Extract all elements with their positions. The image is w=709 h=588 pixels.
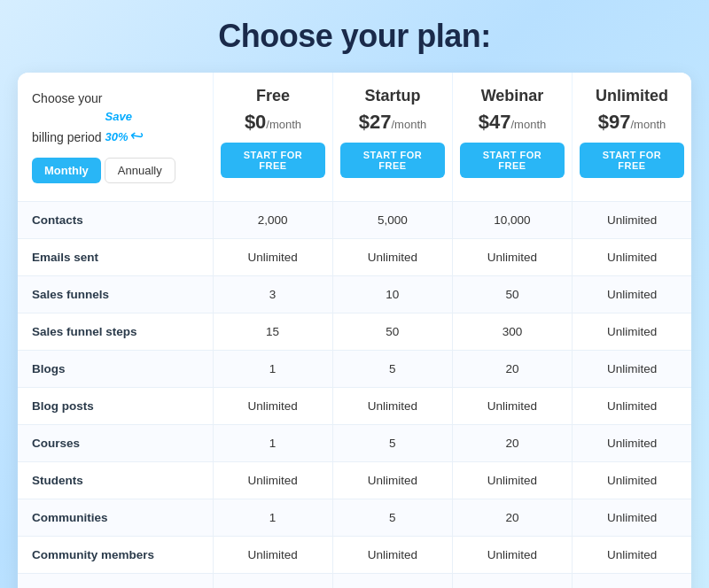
table-row: Communities1520Unlimited (18, 499, 691, 537)
feature-value-7-0: Unlimited (213, 462, 332, 499)
feature-value-10-0: Unlimited (213, 574, 332, 588)
feature-name: Community members (18, 537, 213, 574)
feature-value-5-1: Unlimited (332, 388, 452, 425)
feature-value-4-0: 1 (213, 351, 332, 388)
header-plan-unlimited: Unlimited $97/month START FOR FREE (572, 73, 691, 201)
feature-value-8-3: Unlimited (573, 499, 691, 537)
feature-value-4-3: Unlimited (573, 351, 691, 388)
feature-value-6-2: 20 (452, 425, 572, 462)
save-text: Save30% (105, 110, 132, 144)
table-row: Sales funnels31050Unlimited (18, 276, 691, 313)
feature-value-9-0: Unlimited (213, 537, 332, 574)
feature-name: Courses (18, 425, 213, 462)
cta-button-startup[interactable]: START FOR FREE (340, 143, 445, 178)
plan-price-unlimited: $97/month (580, 111, 684, 134)
header-plan-startup: Startup $27/month START FOR FREE (332, 73, 452, 201)
plan-name-unlimited: Unlimited (580, 87, 684, 105)
feature-value-0-2: 10,000 (452, 202, 572, 239)
feature-value-9-1: Unlimited (332, 537, 452, 574)
feature-value-7-2: Unlimited (452, 462, 572, 499)
feature-value-10-1: Unlimited (332, 574, 452, 588)
table-row: File storage spaceUnlimitedUnlimitedUnli… (18, 574, 691, 588)
feature-value-10-2: Unlimited (452, 574, 572, 588)
feature-value-5-3: Unlimited (573, 388, 691, 425)
feature-value-8-0: 1 (213, 499, 332, 537)
feature-value-4-2: 20 (452, 351, 572, 388)
feature-value-1-2: Unlimited (452, 239, 572, 276)
monthly-button[interactable]: Monthly (32, 158, 101, 183)
arrow-icon: ↩ (128, 124, 144, 148)
table-row: Sales funnel steps1550300Unlimited (18, 313, 691, 351)
pricing-header: Choose your billing period Save30%↩ Mont… (18, 73, 691, 201)
cta-button-free[interactable]: START FOR FREE (221, 143, 325, 178)
plan-name-webinar: Webinar (460, 87, 565, 105)
save-badge: Save30%↩ (105, 108, 144, 148)
feature-value-6-1: 5 (332, 425, 452, 462)
billing-buttons: Monthly Annually (32, 158, 199, 183)
feature-name: Blogs (18, 351, 213, 388)
feature-value-9-2: Unlimited (452, 537, 572, 574)
feature-value-0-3: Unlimited (573, 202, 691, 239)
feature-name: Students (18, 462, 213, 499)
feature-value-7-1: Unlimited (332, 462, 452, 499)
billing-label: Choose your billing period Save30%↩ (32, 90, 199, 147)
plan-name-free: Free (221, 87, 325, 105)
feature-value-3-3: Unlimited (573, 313, 691, 351)
feature-value-8-2: 20 (452, 499, 572, 537)
table-row: Blogs1520Unlimited (18, 351, 691, 388)
feature-value-1-3: Unlimited (573, 239, 691, 276)
feature-value-6-3: Unlimited (573, 425, 691, 462)
plan-price-free: $0/month (221, 111, 325, 134)
table-row: Community membersUnlimitedUnlimitedUnlim… (18, 537, 691, 574)
feature-value-10-3: Unlimited (573, 574, 691, 588)
header-plan-webinar: Webinar $47/month START FOR FREE (452, 73, 572, 201)
plan-price-webinar: $47/month (460, 111, 565, 134)
feature-value-6-0: 1 (213, 425, 332, 462)
table-row: Blog postsUnlimitedUnlimitedUnlimitedUnl… (18, 388, 691, 425)
table-row: Emails sentUnlimitedUnlimitedUnlimitedUn… (18, 239, 691, 276)
feature-value-3-0: 15 (213, 313, 332, 351)
feature-value-2-1: 10 (332, 276, 452, 313)
feature-name: Emails sent (18, 239, 213, 276)
feature-value-7-3: Unlimited (573, 462, 691, 499)
plan-name-startup: Startup (340, 87, 445, 105)
feature-value-3-1: 50 (332, 313, 452, 351)
page-title: Choose your plan: (18, 18, 691, 55)
feature-value-0-0: 2,000 (213, 202, 332, 239)
table-row: Courses1520Unlimited (18, 425, 691, 462)
page-wrapper: Choose your plan: Choose your billing pe… (0, 0, 709, 588)
feature-value-1-1: Unlimited (332, 239, 452, 276)
cta-button-unlimited[interactable]: START FOR FREE (580, 143, 684, 178)
feature-value-3-2: 300 (452, 313, 572, 351)
plan-price-startup: $27/month (340, 111, 445, 134)
feature-value-5-0: Unlimited (213, 388, 332, 425)
feature-value-1-0: Unlimited (213, 239, 332, 276)
feature-value-2-2: 50 (452, 276, 572, 313)
feature-value-4-1: 5 (332, 351, 452, 388)
feature-value-5-2: Unlimited (452, 388, 572, 425)
cta-button-webinar[interactable]: START FOR FREE (460, 143, 565, 178)
feature-value-9-3: Unlimited (573, 537, 691, 574)
feature-value-8-1: 5 (332, 499, 452, 537)
feature-name: Contacts (18, 202, 213, 239)
feature-name: Sales funnels (18, 276, 213, 313)
feature-name: Communities (18, 499, 213, 537)
features-table: Contacts2,0005,00010,000UnlimitedEmails … (18, 201, 691, 588)
annually-button[interactable]: Annually (105, 158, 175, 183)
feature-name: Blog posts (18, 388, 213, 425)
feature-name: Sales funnel steps (18, 313, 213, 351)
feature-value-2-0: 3 (213, 276, 332, 313)
table-row: StudentsUnlimitedUnlimitedUnlimitedUnlim… (18, 462, 691, 499)
feature-value-2-3: Unlimited (573, 276, 691, 313)
features-body: Contacts2,0005,00010,000UnlimitedEmails … (18, 202, 691, 588)
feature-name: File storage space (18, 574, 213, 588)
table-row: Contacts2,0005,00010,000Unlimited (18, 202, 691, 239)
feature-value-0-1: 5,000 (332, 202, 452, 239)
header-plan-free: Free $0/month START FOR FREE (213, 73, 332, 201)
pricing-table: Choose your billing period Save30%↩ Mont… (18, 73, 691, 588)
billing-selector: Choose your billing period Save30%↩ Mont… (18, 73, 213, 201)
